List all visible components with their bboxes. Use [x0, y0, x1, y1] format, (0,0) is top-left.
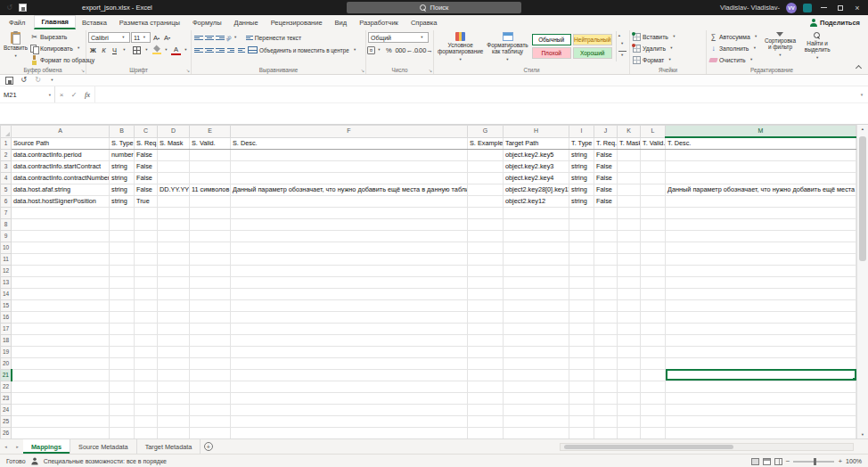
insert-cells-button[interactable]: Вставить: [632, 31, 704, 43]
zoom-slider[interactable]: [793, 461, 834, 463]
cell-H6[interactable]: object2.key12: [504, 195, 569, 207]
cell-L6[interactable]: [641, 195, 666, 207]
presence-badge-icon[interactable]: [803, 4, 812, 12]
cell-B12[interactable]: [110, 265, 135, 276]
cell-I21[interactable]: [569, 369, 594, 381]
column-header-A[interactable]: A: [12, 126, 110, 138]
cell-A15[interactable]: [12, 299, 110, 311]
scroll-up-icon[interactable]: [862, 127, 864, 131]
cell-F24[interactable]: [231, 404, 468, 415]
cell-H21[interactable]: [504, 369, 569, 381]
cell-B6[interactable]: string: [110, 195, 135, 207]
cell-K25[interactable]: [618, 415, 641, 427]
cell-M6[interactable]: [666, 195, 856, 207]
cell-L11[interactable]: [641, 253, 666, 265]
cell-A12[interactable]: [12, 265, 110, 276]
cell-A11[interactable]: [12, 253, 110, 265]
cell-E14[interactable]: [190, 288, 231, 299]
insert-function-icon[interactable]: fx: [80, 90, 94, 99]
cell-M18[interactable]: [666, 334, 856, 346]
cell-K8[interactable]: [618, 218, 641, 230]
increase-indent-button[interactable]: [236, 45, 246, 55]
cell-G22[interactable]: [468, 381, 504, 392]
cell-H7[interactable]: [504, 207, 569, 218]
row-header-22[interactable]: 22: [1, 381, 12, 392]
cell-D21[interactable]: [158, 369, 190, 381]
cell-G3[interactable]: [468, 160, 504, 172]
borders-button[interactable]: [132, 45, 142, 55]
collapse-ribbon-icon[interactable]: [856, 65, 862, 71]
cell-M1[interactable]: T. Desc.: [666, 137, 856, 149]
cell-B14[interactable]: [110, 288, 135, 299]
format-cells-button[interactable]: Формат: [632, 54, 704, 66]
column-header-J[interactable]: J: [594, 126, 618, 138]
row-header-21[interactable]: 21: [1, 369, 12, 381]
cell-B4[interactable]: string: [110, 172, 135, 184]
cell-F16[interactable]: [231, 311, 468, 323]
cell-E12[interactable]: [190, 265, 231, 276]
cell-M20[interactable]: [666, 357, 856, 369]
cell-B16[interactable]: [110, 311, 135, 323]
find-select-button[interactable]: Найти и выделить: [799, 31, 835, 64]
cell-H25[interactable]: [504, 415, 569, 427]
cell-K5[interactable]: [618, 184, 641, 195]
cell-G6[interactable]: [468, 195, 504, 207]
percent-style-button[interactable]: [384, 45, 394, 55]
cell-K9[interactable]: [618, 230, 641, 242]
cell-D5[interactable]: DD.YY.YYYY: [158, 184, 190, 195]
cell-K18[interactable]: [618, 334, 641, 346]
zoom-level[interactable]: 100%: [846, 458, 862, 464]
cell-A13[interactable]: [12, 276, 110, 288]
cell-M2[interactable]: [666, 149, 856, 160]
cell-E19[interactable]: [190, 346, 231, 357]
cell-E24[interactable]: [190, 404, 231, 415]
expand-formula-bar-icon[interactable]: [856, 92, 868, 97]
cell-G24[interactable]: [468, 404, 504, 415]
wrap-text-button[interactable]: Перенести текст: [245, 32, 302, 44]
cell-A8[interactable]: [12, 218, 110, 230]
cell-D25[interactable]: [158, 415, 190, 427]
maximize-button[interactable]: [835, 3, 846, 13]
gallery-up-icon[interactable]: [618, 33, 626, 37]
cell-C17[interactable]: [135, 323, 158, 334]
row-header-13[interactable]: 13: [1, 276, 12, 288]
paste-button[interactable]: Вставить: [2, 31, 29, 62]
row-header-1[interactable]: 1: [1, 137, 12, 149]
cell-I20[interactable]: [569, 357, 594, 369]
cell-I12[interactable]: [569, 265, 594, 276]
cell-I23[interactable]: [569, 392, 594, 404]
cell-M21[interactable]: [666, 369, 856, 381]
cell-G19[interactable]: [468, 346, 504, 357]
cell-F25[interactable]: [231, 415, 468, 427]
cell-H23[interactable]: [504, 392, 569, 404]
cell-E17[interactable]: [190, 323, 231, 334]
cell-L15[interactable]: [641, 299, 666, 311]
accessibility-icon[interactable]: [31, 458, 37, 465]
cell-A16[interactable]: [12, 311, 110, 323]
row-header-16[interactable]: 16: [1, 311, 12, 323]
cell-M23[interactable]: [666, 392, 856, 404]
cell-G25[interactable]: [468, 415, 504, 427]
gallery-more-icon[interactable]: [618, 51, 626, 61]
cell-J17[interactable]: [594, 323, 618, 334]
cell-D4[interactable]: [158, 172, 190, 184]
cell-style-плохой[interactable]: Плохой: [532, 47, 571, 59]
cell-F9[interactable]: [231, 230, 468, 242]
italic-button[interactable]: К: [99, 45, 109, 55]
cell-A1[interactable]: Source Path: [12, 137, 110, 149]
cell-C18[interactable]: [135, 334, 158, 346]
cell-M8[interactable]: [666, 218, 856, 230]
cell-L9[interactable]: [641, 230, 666, 242]
cell-L20[interactable]: [641, 357, 666, 369]
cell-E7[interactable]: [190, 207, 231, 218]
row-header-12[interactable]: 12: [1, 265, 12, 276]
cell-C2[interactable]: False: [135, 149, 158, 160]
font-color-button[interactable]: [171, 45, 181, 55]
row-header-5[interactable]: 5: [1, 184, 12, 195]
cell-E11[interactable]: [190, 253, 231, 265]
cell-J25[interactable]: [594, 415, 618, 427]
sheet-tab-target-metadata[interactable]: Target Metadata: [137, 439, 201, 454]
cell-D11[interactable]: [158, 253, 190, 265]
cell-M19[interactable]: [666, 346, 856, 357]
cell-B10[interactable]: [110, 242, 135, 253]
